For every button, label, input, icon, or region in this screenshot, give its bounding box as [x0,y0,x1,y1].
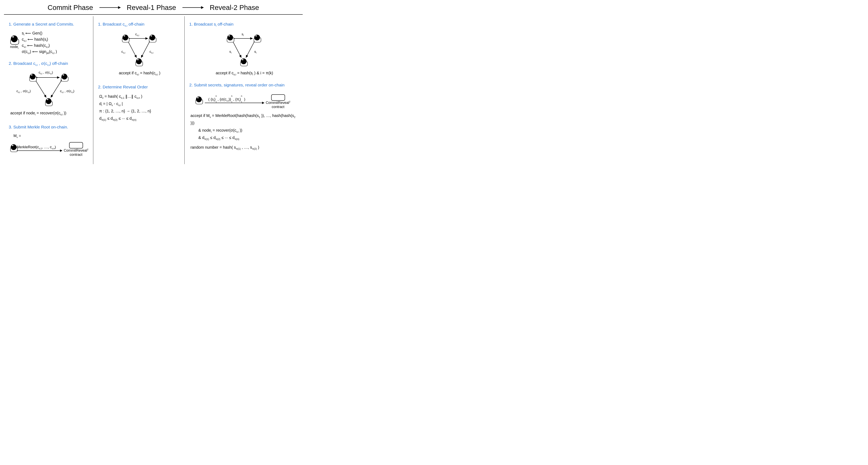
node-label-sub: i [18,47,19,49]
svg-line-5 [36,82,46,97]
arrow-right-icon [99,5,121,10]
phase-commit-title: Commit Phase [48,4,93,11]
broadcast-triangle: cv,i , σ(cv,i) cv,i , σ(cv,i) cv,i , σ(c… [17,69,80,109]
reveal2-step1: 1. Broadcast si off-chain si si si [189,21,298,76]
reveal1-equations: Ωv = hash( co,1 ‖…‖ co,n ) di = | Ωv - c… [99,93,180,122]
phase-reveal2-title: Reveal-2 Phase [210,4,259,11]
commit-step2: 2. Broadcast cv,i , σ(cv,i) off-chain cv… [9,60,88,116]
node-icon [240,58,247,65]
commit-equations: si ⟵ Gen() co,i ⟵ hash(si) cv,i ⟵ hash(c… [22,30,57,55]
commit-accept2: accept if nodei = recover(σ(cv,i )) [10,110,88,116]
commit-step3-title: 3. Submit Merkle Root on-chain. [9,124,88,130]
reveal2-step2: 2. Submit secrets, signatures, reveal or… [189,82,298,151]
node-with-label: nodei [10,35,19,50]
commit-step2-title: 2. Broadcast cv,i , σ(cv,i) off-chain [9,60,88,67]
phase-reveal1-title: Reveal-1 Phase [127,4,176,11]
arrow-right-icon [182,5,204,10]
node-icon [10,35,19,44]
svg-line-12 [246,42,254,57]
reveal1-step1: 1. Broadcast co,i off-chain co,i co,i co… [98,21,180,76]
protocol-diagram: Commit Phase Reveal-1 Phase Reveal-2 Pha… [0,0,307,170]
reveal1-step2: 2. Determine Reveal Order Ωv = hash( co,… [98,84,180,122]
broadcast-triangle: co,i co,i co,i [111,30,166,69]
commit-step1: 1. Generate a Secret and Commits. nodei … [9,21,88,55]
svg-line-8 [129,42,136,57]
contract-icon [271,94,285,101]
svg-marker-1 [118,6,121,9]
svg-line-9 [141,42,149,57]
reveal1-step2-title: 2. Determine Reveal Order [98,84,180,90]
reveal2-step1-title: 1. Broadcast si off-chain [189,21,298,27]
commit-step3: 3. Submit Merkle Root on-chain. Mv = Mer… [9,124,88,156]
node-icon [226,34,234,41]
reveal2-column: 1. Broadcast si off-chain si si si [184,16,303,164]
reveal2-step2-title: 2. Submit secrets, signatures, reveal or… [189,82,298,88]
arrow-right-icon [17,150,62,151]
node-icon [10,144,15,151]
contract-icon [69,142,83,148]
node-icon [149,34,156,41]
arrow-right-icon [205,103,264,103]
phase-header: Commit Phase Reveal-1 Phase Reveal-2 Pha… [4,2,303,14]
svg-line-11 [233,42,241,57]
reveal1-step1-title: 1. Broadcast co,i off-chain [98,21,180,27]
reveal2-accept-conditions: accept if Mv = MerkleRoot(hash(hash(s1 )… [191,112,298,141]
node-label: node [10,45,18,49]
reveal2-accept1: accept if co,i = hash(si ) & i = π(k) [191,70,298,76]
header-divider [4,14,303,14]
reveal1-column: 1. Broadcast co,i off-chain co,i co,i co… [93,16,184,164]
node-icon [29,73,36,81]
svg-line-6 [51,82,61,97]
node-icon [253,34,261,41]
node-icon [135,58,143,65]
svg-marker-3 [201,6,204,9]
node-icon [122,34,129,41]
broadcast-triangle: si si si [216,30,271,69]
commit-step1-title: 1. Generate a Secret and Commits. [9,21,88,27]
node-icon [195,96,203,104]
node-icon [61,73,68,81]
node-icon [45,98,52,105]
commit-column: 1. Generate a Secret and Commits. nodei … [4,16,93,164]
reveal2-random-number: random number = hash( sπ(1) , …, sπ(2) ) [191,144,298,151]
columns: 1. Generate a Secret and Commits. nodei … [4,16,303,164]
reveal1-accept1: accept if cv,i = hash(co,i ) [100,70,180,76]
